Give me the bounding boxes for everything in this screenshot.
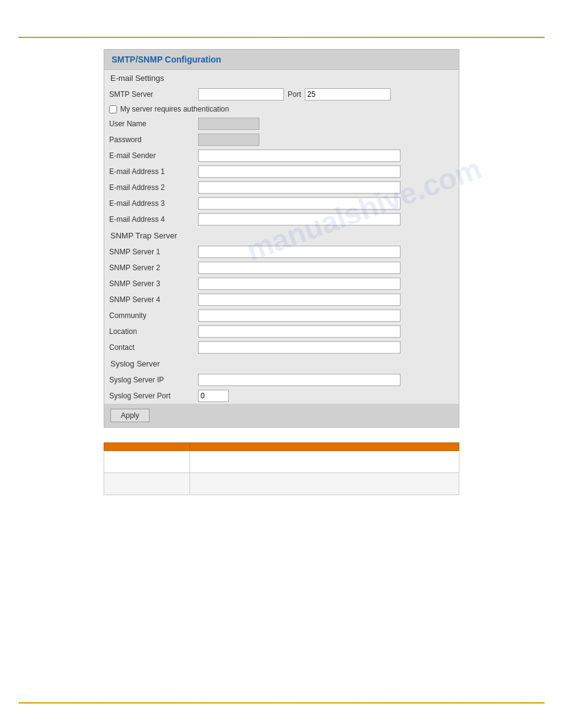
table-cell-2-2	[190, 473, 459, 495]
snmp-server2-row: SNMP Server 2	[104, 260, 459, 276]
snmp-server2-input[interactable]	[198, 262, 400, 274]
email-settings-header: E-mail Settings	[104, 70, 459, 86]
location-label: Location	[104, 324, 193, 339]
auth-checkbox-label[interactable]: My server requires authentication	[109, 105, 454, 113]
bottom-table	[104, 442, 459, 495]
table-cell-2-1	[104, 473, 190, 495]
bottom-divider	[18, 702, 545, 703]
snmp-server4-label: SNMP Server 4	[104, 292, 193, 308]
smtp-server-row: SMTP Server Port	[104, 86, 459, 102]
apply-row: Apply	[104, 404, 459, 427]
snmp-server3-row: SNMP Server 3	[104, 276, 459, 292]
location-input[interactable]	[198, 325, 400, 338]
syslog-port-input[interactable]	[198, 390, 229, 402]
username-label: User Name	[104, 116, 193, 132]
email-address1-label: E-mail Address 1	[104, 164, 193, 180]
community-input[interactable]	[198, 309, 400, 322]
apply-button[interactable]: Apply	[110, 409, 150, 422]
username-row: User Name	[104, 116, 459, 132]
syslog-ip-input[interactable]	[198, 374, 400, 386]
syslog-label: Syslog Server	[104, 355, 459, 372]
snmp-server1-label: SNMP Server 1	[104, 244, 193, 260]
email-address4-label: E-mail Address 4	[104, 211, 193, 227]
email-sender-row: E-mail Sender	[104, 148, 459, 164]
snmp-server2-label: SNMP Server 2	[104, 260, 193, 276]
auth-checkbox[interactable]	[109, 105, 117, 113]
syslog-port-label: Syslog Server Port	[104, 388, 193, 404]
email-sender-input[interactable]	[198, 150, 400, 162]
location-row: Location	[104, 324, 459, 339]
password-label: Password	[104, 132, 193, 148]
port-input[interactable]	[305, 88, 391, 100]
email-address2-input[interactable]	[198, 181, 400, 194]
email-address3-input[interactable]	[198, 197, 400, 210]
snmp-trap-header: SNMP Trap Server	[104, 227, 459, 244]
table-row	[104, 451, 459, 473]
email-address3-row: E-mail Address 3	[104, 195, 459, 211]
snmp-server3-input[interactable]	[198, 278, 400, 290]
syslog-ip-label: Syslog Server IP	[104, 372, 193, 388]
contact-row: Contact	[104, 339, 459, 355]
community-row: Community	[104, 308, 459, 324]
table-header-row	[104, 443, 459, 451]
table-cell-1-1	[104, 451, 190, 473]
email-address4-input[interactable]	[198, 213, 400, 226]
syslog-port-row: Syslog Server Port	[104, 388, 459, 404]
table-cell-1-2	[190, 451, 459, 473]
config-panel: SMTP/SNMP Configuration E-mail Settings …	[104, 49, 459, 428]
auth-row: My server requires authentication	[104, 102, 459, 116]
username-input[interactable]	[198, 118, 259, 130]
email-address2-row: E-mail Address 2	[104, 180, 459, 195]
snmp-trap-label: SNMP Trap Server	[104, 227, 459, 244]
table-header-col2	[190, 443, 459, 451]
email-address1-row: E-mail Address 1	[104, 164, 459, 180]
auth-label-text: My server requires authentication	[120, 105, 229, 113]
community-label: Community	[104, 308, 193, 324]
syslog-header: Syslog Server	[104, 355, 459, 372]
smtp-server-input[interactable]	[198, 88, 284, 100]
contact-input[interactable]	[198, 341, 400, 354]
contact-label: Contact	[104, 339, 193, 355]
snmp-server4-input[interactable]	[198, 294, 400, 306]
snmp-server1-row: SNMP Server 1	[104, 244, 459, 260]
table-row	[104, 473, 459, 495]
table-header-col1	[104, 443, 190, 451]
top-divider	[18, 37, 545, 38]
port-label: Port	[288, 90, 301, 99]
snmp-server1-input[interactable]	[198, 246, 400, 258]
password-row: Password	[104, 132, 459, 148]
snmp-server4-row: SNMP Server 4	[104, 292, 459, 308]
email-address1-input[interactable]	[198, 165, 400, 178]
smtp-server-label: SMTP Server	[104, 86, 193, 102]
snmp-server3-label: SNMP Server 3	[104, 276, 193, 292]
email-address4-row: E-mail Address 4	[104, 211, 459, 227]
panel-title: SMTP/SNMP Configuration	[104, 50, 459, 70]
email-settings-label: E-mail Settings	[104, 70, 459, 86]
bottom-table-wrapper	[104, 442, 459, 495]
password-input[interactable]	[198, 134, 259, 146]
email-address2-label: E-mail Address 2	[104, 180, 193, 195]
email-address3-label: E-mail Address 3	[104, 195, 193, 211]
email-sender-label: E-mail Sender	[104, 148, 193, 164]
syslog-ip-row: Syslog Server IP	[104, 372, 459, 388]
